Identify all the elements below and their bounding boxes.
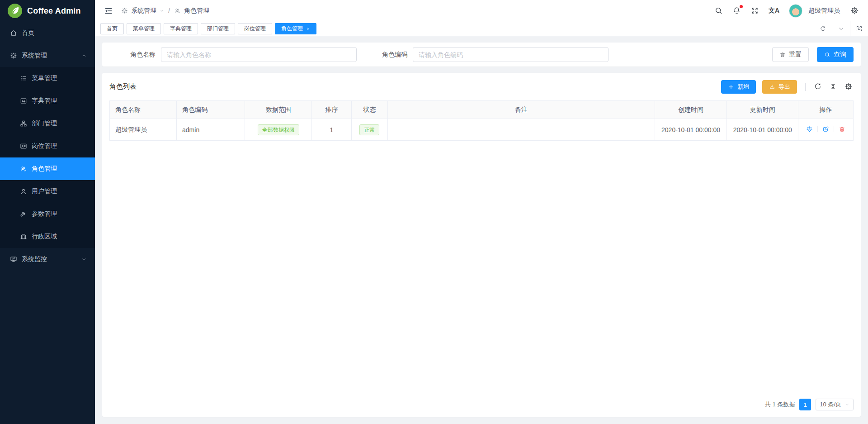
sidebar-item-system-management[interactable]: 系统管理	[0, 44, 95, 67]
breadcrumb-item-system[interactable]: 系统管理	[131, 7, 156, 15]
card-header: 角色列表 新增 导出	[109, 73, 854, 100]
sidebar-item-label: 系统管理	[22, 52, 47, 60]
role-icon	[174, 7, 181, 14]
tab-label: 菜单管理	[133, 25, 155, 33]
table-row: 超级管理员 admin 全部数据权限 1 正常 2020-10-01 00:00…	[110, 119, 854, 141]
tab-role-management[interactable]: 角色管理	[275, 23, 316, 34]
cell-remark	[388, 119, 655, 141]
refresh-icon	[820, 25, 826, 32]
pagination: 共 1 条数据 1 10 条/页	[109, 392, 854, 417]
col-role-code: 角色编码	[177, 101, 245, 119]
cell-sort: 1	[312, 119, 351, 141]
sidebar-item-label: 部门管理	[32, 119, 57, 128]
cell-role-name: 超级管理员	[110, 119, 177, 141]
id-card-icon	[20, 143, 27, 150]
breadcrumb-separator: /	[168, 7, 170, 14]
add-button[interactable]: 新增	[721, 80, 756, 94]
page-size-select[interactable]: 10 条/页	[816, 399, 854, 410]
refresh-tab-button[interactable]	[814, 21, 832, 36]
tab-dict-management[interactable]: 字典管理	[164, 23, 198, 34]
cell-status: 正常	[351, 119, 388, 141]
refresh-table-button[interactable]	[814, 82, 823, 91]
sidebar-item-admin-region[interactable]: 行政区域	[0, 225, 95, 248]
tab-dept-management[interactable]: 部门管理	[201, 23, 235, 34]
app-logo[interactable]: Coffee Admin	[0, 0, 95, 22]
sidebar-item-system-monitor[interactable]: 系统监控	[0, 248, 95, 271]
gear-icon	[10, 52, 17, 59]
role-name-input[interactable]	[161, 47, 357, 62]
sidebar-item-home[interactable]: 首页	[0, 22, 95, 44]
tab-home[interactable]: 首页	[100, 23, 124, 34]
delete-icon[interactable]	[839, 126, 845, 133]
gear-icon	[844, 82, 853, 91]
cell-actions	[798, 119, 854, 141]
search-icon[interactable]	[714, 6, 723, 15]
chevron-up-icon	[81, 53, 87, 58]
translate-icon[interactable]: 文A	[769, 7, 779, 15]
density-icon	[829, 82, 837, 91]
role-list-card: 角色列表 新增 导出	[102, 73, 861, 417]
export-button[interactable]: 导出	[762, 80, 797, 94]
role-code-input[interactable]	[413, 47, 609, 62]
fullscreen-icon[interactable]	[750, 6, 759, 15]
sidebar-item-label: 首页	[22, 29, 34, 37]
search-form-card: 角色名称 角色编码 重置 查询	[102, 43, 861, 67]
chevron-down-icon	[838, 25, 844, 32]
menu-fold-icon[interactable]	[104, 6, 113, 15]
tab-post-management[interactable]: 岗位管理	[238, 23, 272, 34]
density-button[interactable]	[829, 82, 838, 91]
col-actions: 操作	[798, 101, 854, 119]
download-icon	[769, 84, 775, 90]
sidebar-item-user-management[interactable]: 用户管理	[0, 180, 95, 203]
tab-options-button[interactable]	[832, 21, 850, 36]
settings-gear-icon[interactable]	[850, 6, 859, 15]
tab-bar: 首页 菜单管理 字典管理 部门管理 岗位管理 角色管理	[95, 21, 868, 36]
tab-label: 岗位管理	[244, 25, 266, 33]
pagination-total: 共 1 条数据	[765, 400, 795, 409]
action-divider	[817, 126, 818, 132]
tab-menu-management[interactable]: 菜单管理	[127, 23, 161, 34]
sidebar-item-label: 岗位管理	[32, 142, 57, 150]
role-code-label: 角色编码	[382, 51, 407, 59]
notification-bell[interactable]	[732, 6, 741, 15]
reset-button[interactable]: 重置	[772, 47, 809, 62]
sidebar-item-dept-management[interactable]: 部门管理	[0, 112, 95, 135]
app-root: Coffee Admin 首页 系统管理 菜单管理 字典管理	[0, 0, 868, 424]
spring-leaf-logo-icon	[7, 3, 23, 19]
permission-gear-icon[interactable]	[806, 126, 813, 133]
sidebar-item-param-management[interactable]: 参数管理	[0, 203, 95, 225]
search-actions: 重置 查询	[772, 47, 854, 62]
sidebar-item-post-management[interactable]: 岗位管理	[0, 135, 95, 157]
tab-label: 首页	[107, 25, 118, 33]
query-button[interactable]: 查询	[817, 47, 854, 62]
sidebar-item-role-management[interactable]: 角色管理	[0, 157, 95, 180]
sidebar-item-menu-management[interactable]: 菜单管理	[0, 67, 95, 90]
action-divider	[834, 126, 834, 132]
user-avatar[interactable]	[789, 4, 802, 18]
user-name[interactable]: 超级管理员	[808, 7, 840, 15]
col-role-name: 角色名称	[110, 101, 177, 119]
plus-icon	[728, 84, 734, 90]
user-icon	[20, 188, 27, 195]
column-settings-button[interactable]	[844, 82, 854, 91]
chevron-down-icon	[160, 9, 164, 13]
dict-icon	[20, 97, 27, 105]
close-icon[interactable]	[306, 27, 310, 31]
home-icon	[10, 29, 17, 37]
breadcrumb: 系统管理 / 角色管理	[121, 7, 209, 15]
page-content: 角色名称 角色编码 重置 查询	[95, 36, 868, 424]
content-fullscreen-button[interactable]	[850, 21, 868, 36]
notification-dot	[740, 5, 743, 8]
edit-icon[interactable]	[822, 126, 829, 133]
page-button-1[interactable]: 1	[799, 399, 811, 410]
maximize-icon	[856, 25, 863, 32]
cell-role-code: admin	[177, 119, 245, 141]
tab-controls	[814, 21, 868, 36]
role-icon	[20, 165, 27, 172]
col-updated: 更新时间	[727, 101, 798, 119]
col-created: 创建时间	[655, 101, 727, 119]
sidebar-item-label: 字典管理	[32, 97, 57, 105]
sidebar-item-label: 行政区域	[32, 233, 57, 241]
sidebar-item-dict-management[interactable]: 字典管理	[0, 90, 95, 112]
bank-icon	[20, 233, 27, 240]
